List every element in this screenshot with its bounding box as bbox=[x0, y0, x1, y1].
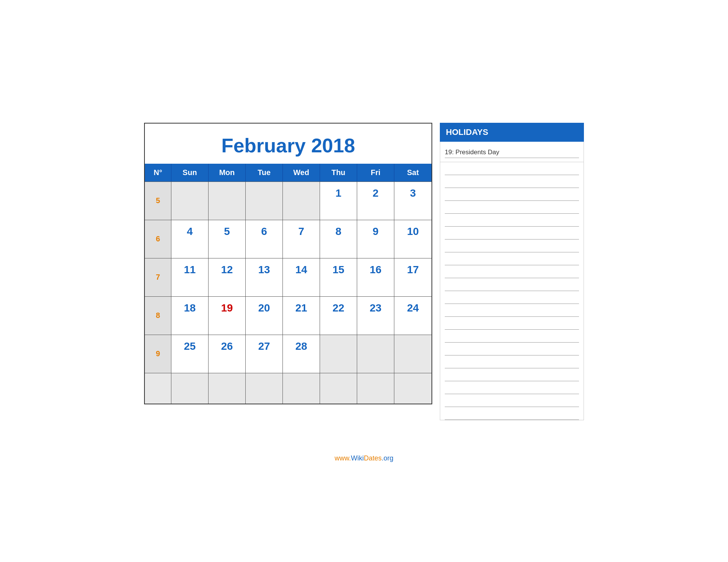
table-row: 7 11 12 13 14 15 16 17 bbox=[145, 258, 431, 296]
day-cell-4: 4 bbox=[171, 220, 209, 258]
note-line bbox=[445, 368, 579, 381]
header-mon: Mon bbox=[209, 164, 246, 182]
note-line bbox=[445, 381, 579, 394]
note-line bbox=[445, 227, 579, 240]
header-sat: Sat bbox=[394, 164, 431, 182]
holidays-header: HOLIDAYS bbox=[440, 123, 584, 142]
day-cell bbox=[283, 182, 320, 220]
holidays-content: 19: Presidents Day bbox=[440, 142, 584, 162]
footer-cell bbox=[320, 373, 357, 404]
week-num-6: 6 bbox=[145, 220, 171, 258]
note-line bbox=[445, 355, 579, 368]
day-cell-24: 24 bbox=[394, 297, 431, 335]
day-cell-15: 15 bbox=[320, 258, 357, 296]
day-cell-1: 1 bbox=[320, 182, 357, 220]
header-thu: Thu bbox=[320, 164, 357, 182]
day-cell-21: 21 bbox=[283, 297, 320, 335]
note-line bbox=[445, 175, 579, 188]
website-dates: Dates bbox=[364, 454, 381, 462]
note-line bbox=[445, 291, 579, 304]
day-cell-19-holiday: 19 bbox=[209, 297, 246, 335]
day-cell-9: 9 bbox=[357, 220, 394, 258]
notes-lines bbox=[440, 162, 584, 420]
day-cell-26: 26 bbox=[209, 335, 246, 373]
note-line bbox=[445, 214, 579, 227]
header-tue: Tue bbox=[246, 164, 283, 182]
day-cell bbox=[320, 335, 357, 373]
day-cell-2: 2 bbox=[357, 182, 394, 220]
day-cell-14: 14 bbox=[283, 258, 320, 296]
note-line bbox=[445, 317, 579, 330]
header-fri: Fri bbox=[357, 164, 394, 182]
note-line bbox=[445, 394, 579, 407]
footer-cell bbox=[145, 373, 171, 404]
note-line bbox=[445, 407, 579, 420]
day-cell-6: 6 bbox=[246, 220, 283, 258]
day-cell bbox=[171, 182, 209, 220]
holiday-entry: 19: Presidents Day bbox=[445, 146, 579, 158]
table-row: 5 1 2 3 bbox=[145, 182, 431, 220]
day-cell-5: 5 bbox=[209, 220, 246, 258]
footer-cell bbox=[394, 373, 431, 404]
day-cell-8: 8 bbox=[320, 220, 357, 258]
calendar-body: 5 1 2 3 6 4 5 6 7 bbox=[145, 182, 431, 373]
day-cell-16: 16 bbox=[357, 258, 394, 296]
note-line bbox=[445, 201, 579, 214]
website-wiki: Wiki bbox=[351, 454, 364, 462]
table-row: 8 18 19 20 21 22 23 24 bbox=[145, 296, 431, 335]
day-cell bbox=[394, 335, 431, 373]
website-footer: www.WikiDates.org bbox=[334, 454, 393, 462]
footer-cell bbox=[357, 373, 394, 404]
calendar: February 2018 N° Sun Mon Tue Wed Thu Fri… bbox=[144, 123, 432, 404]
day-cell-18: 18 bbox=[171, 297, 209, 335]
note-line bbox=[445, 240, 579, 252]
day-cell bbox=[209, 182, 246, 220]
website-org: .org bbox=[382, 454, 394, 462]
week-num-header: N° bbox=[145, 164, 171, 182]
footer-cell bbox=[171, 373, 209, 404]
note-line bbox=[445, 162, 579, 175]
note-line bbox=[445, 304, 579, 317]
footer-cell bbox=[246, 373, 283, 404]
table-row: 6 4 5 6 7 8 9 10 bbox=[145, 220, 431, 258]
website-www: www. bbox=[334, 454, 351, 462]
day-cell-10: 10 bbox=[394, 220, 431, 258]
header-sun: Sun bbox=[171, 164, 209, 182]
day-cell-20: 20 bbox=[246, 297, 283, 335]
calendar-title: February 2018 bbox=[145, 124, 431, 164]
day-cell-11: 11 bbox=[171, 258, 209, 296]
footer-cell bbox=[209, 373, 246, 404]
footer-cell bbox=[283, 373, 320, 404]
day-cell-25: 25 bbox=[171, 335, 209, 373]
day-cell-3: 3 bbox=[394, 182, 431, 220]
week-num-9: 9 bbox=[145, 335, 171, 373]
calendar-footer-row bbox=[145, 373, 431, 404]
day-cell-7: 7 bbox=[283, 220, 320, 258]
day-cell-28: 28 bbox=[283, 335, 320, 373]
day-cell-17: 17 bbox=[394, 258, 431, 296]
day-cell-12: 12 bbox=[209, 258, 246, 296]
day-cell-27: 27 bbox=[246, 335, 283, 373]
day-cell bbox=[357, 335, 394, 373]
note-line bbox=[445, 265, 579, 278]
week-num-5: 5 bbox=[145, 182, 171, 220]
day-cell-13: 13 bbox=[246, 258, 283, 296]
day-cell-23: 23 bbox=[357, 297, 394, 335]
table-row: 9 25 26 27 28 bbox=[145, 335, 431, 373]
day-cell-22: 22 bbox=[320, 297, 357, 335]
note-line bbox=[445, 188, 579, 201]
note-line bbox=[445, 278, 579, 291]
holidays-section: HOLIDAYS 19: Presidents Day bbox=[440, 123, 584, 420]
header-wed: Wed bbox=[283, 164, 320, 182]
week-num-7: 7 bbox=[145, 258, 171, 296]
calendar-header: N° Sun Mon Tue Wed Thu Fri Sat bbox=[145, 164, 431, 182]
note-line bbox=[445, 330, 579, 343]
note-line bbox=[445, 343, 579, 355]
note-line bbox=[445, 252, 579, 265]
week-num-8: 8 bbox=[145, 297, 171, 335]
day-cell bbox=[246, 182, 283, 220]
